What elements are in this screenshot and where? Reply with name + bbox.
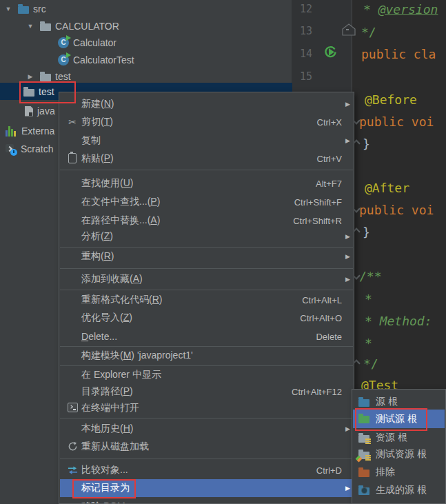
menu-separator	[60, 290, 353, 290]
code-line-public-void: public voi	[359, 114, 434, 129]
fold-region-icon[interactable]	[341, 23, 356, 39]
code-line-13: */	[361, 25, 376, 39]
line-number: 12	[292, 3, 312, 15]
menu-separator	[60, 268, 353, 269]
menu-separator	[60, 170, 353, 170]
tree-item-calculator-pkg[interactable]: ▼ CALCULATOR	[26, 18, 119, 34]
tree-item-label: test	[55, 71, 71, 82]
line-number: 14	[292, 48, 312, 60]
excluded-folder-icon	[358, 470, 369, 477]
submenu-item-test-resources-root[interactable]: 测试资源 根	[353, 445, 445, 463]
menu-separator	[60, 247, 353, 248]
context-menu: 新建(N) ▶ ✂ 剪切(T) Ctrl+X 复制 ▶ 粘贴(P) Ctrl+V…	[59, 92, 354, 504]
tree-item-label: CalculatorTest	[73, 54, 134, 65]
tree-item-external-libraries[interactable]: Externa	[6, 123, 54, 139]
code-line-brace: }	[363, 137, 370, 151]
submenu-item-resources-root[interactable]: 资源 根	[353, 429, 445, 447]
mark-directory-as-submenu: 源 根 测试源 根 资源 根 测试资源 根 排除 生成的源 根	[352, 389, 446, 504]
compare-icon	[63, 465, 81, 476]
menu-item-open-in-terminal[interactable]: 在终端中打开	[60, 400, 353, 416]
tree-item-calculator-class[interactable]: Calculator	[58, 34, 116, 51]
code-line-12: * @version	[363, 2, 438, 17]
submenu-arrow-icon: ▶	[345, 233, 350, 240]
code-line-14: public cla	[361, 47, 436, 61]
run-class-icon[interactable]	[323, 45, 338, 59]
file-icon	[25, 106, 33, 117]
menu-item-find-in-files[interactable]: 在文件中查找...(P) Ctrl+Shift+F	[60, 194, 353, 210]
annotation-box-mark-directory	[72, 479, 136, 498]
menu-separator	[60, 458, 353, 459]
code-line-after-annotation: @After	[365, 181, 409, 195]
annotation-box-test-folder	[19, 81, 76, 103]
menu-item-analyze[interactable]: 分析(Z) ▶	[60, 228, 353, 245]
tree-item-label: Calculator	[73, 37, 116, 48]
tree-item-calculatortest-class[interactable]: CalculatorTest	[58, 52, 134, 68]
code-line-before-annotation: @Before	[365, 92, 417, 107]
sources-root-folder-icon	[358, 399, 369, 407]
menu-item-optimize-imports[interactable]: 优化导入(Z) Ctrl+Alt+O	[60, 310, 353, 326]
menu-item-reformat-code[interactable]: 重新格式化代码(R) Ctrl+Alt+L	[60, 292, 353, 308]
code-line-doc-star: *	[365, 336, 372, 350]
menu-item-remove-bom-partial[interactable]: 移除 BOM	[60, 498, 353, 504]
menu-item-show-in-explorer[interactable]: 在 Explorer 中显示	[60, 367, 353, 383]
menu-item-build-module[interactable]: 构建模块(M) 'javaproject1'	[60, 347, 353, 364]
tree-item-scratches[interactable]: Scratch	[6, 141, 53, 157]
menu-item-reload-from-disk[interactable]: 重新从磁盘加载	[60, 439, 353, 455]
tree-item-label: Externa	[21, 125, 54, 137]
tree-item-label: CALCULATOR	[55, 21, 119, 32]
chevron-down-icon[interactable]: ▼	[4, 6, 12, 12]
menu-item-local-history[interactable]: 本地历史(H) ▶	[60, 421, 353, 437]
clipboard-icon	[63, 152, 81, 165]
folder-icon	[40, 23, 51, 31]
line-number: 13	[292, 25, 312, 37]
java-class-icon	[58, 54, 69, 65]
submenu-arrow-icon: ▶	[345, 253, 350, 260]
menu-item-paste[interactable]: 粘贴(P) Ctrl+V	[60, 150, 353, 167]
menu-separator	[60, 365, 353, 366]
menu-item-add-to-favorites[interactable]: 添加到收藏(A) ▶	[60, 271, 353, 288]
menu-item-compare-with[interactable]: 比较对象... Ctrl+D	[60, 462, 353, 478]
menu-item-cut[interactable]: ✂ 剪切(T) Ctrl+X	[60, 114, 353, 130]
line-number: 15	[292, 70, 312, 83]
code-line-public-void: public voi	[359, 203, 434, 217]
code-line-doc-star: *	[365, 292, 372, 306]
submenu-arrow-icon: ▶	[345, 485, 350, 492]
menu-item-delete[interactable]: Delete... Delete	[60, 328, 353, 345]
submenu-arrow-icon: ▶	[345, 137, 350, 144]
chevron-down-icon[interactable]: ▼	[26, 23, 34, 30]
tree-item-label: Scratch	[21, 143, 53, 154]
scissors-icon: ✂	[63, 117, 81, 128]
menu-item-copy[interactable]: 复制 ▶	[60, 132, 353, 149]
ide-window: ▼ src ▼ CALCULATOR Calculator Calculator…	[0, 0, 446, 504]
chevron-right-icon[interactable]: ▶	[26, 73, 34, 80]
scratches-icon	[6, 143, 17, 154]
tree-item-src[interactable]: ▼ src	[4, 1, 46, 17]
menu-item-directory-path[interactable]: 目录路径(P) Ctrl+Alt+F12	[60, 383, 353, 400]
menu-item-find-usages[interactable]: 查找使用(U) Alt+F7	[60, 175, 353, 192]
menu-item-replace-in-path[interactable]: 在路径中替换...(A) Ctrl+Shift+R	[60, 212, 353, 229]
menu-item-refactor[interactable]: 重构(R) ▶	[60, 248, 353, 265]
folder-icon	[40, 74, 51, 81]
submenu-arrow-icon: ▶	[345, 101, 350, 108]
submenu-item-generated-sources-root[interactable]: 生成的源 根	[353, 481, 445, 499]
resources-root-folder-icon	[358, 435, 369, 443]
submenu-arrow-icon: ▶	[345, 425, 350, 432]
menu-item-new[interactable]: 新建(N) ▶	[60, 96, 353, 112]
submenu-item-excluded[interactable]: 排除	[353, 463, 445, 481]
external-libraries-icon	[6, 126, 17, 137]
tree-item-label: src	[33, 3, 46, 14]
refresh-icon	[63, 441, 81, 452]
java-class-icon	[58, 37, 69, 48]
submenu-arrow-icon: ▶	[345, 276, 350, 283]
menu-separator	[60, 418, 353, 419]
source-folder-icon	[18, 6, 29, 14]
menu-separator	[60, 346, 353, 347]
generated-sources-root-folder-icon	[358, 487, 369, 495]
tree-item-java[interactable]: java	[25, 103, 55, 119]
terminal-icon	[63, 403, 81, 414]
code-line-doc-method: * Method:	[365, 314, 432, 328]
tree-item-label: java	[37, 105, 55, 117]
code-line-doc-close: */	[363, 356, 378, 371]
code-line-brace: }	[363, 225, 370, 239]
code-line-doc-open: /**	[359, 269, 382, 283]
